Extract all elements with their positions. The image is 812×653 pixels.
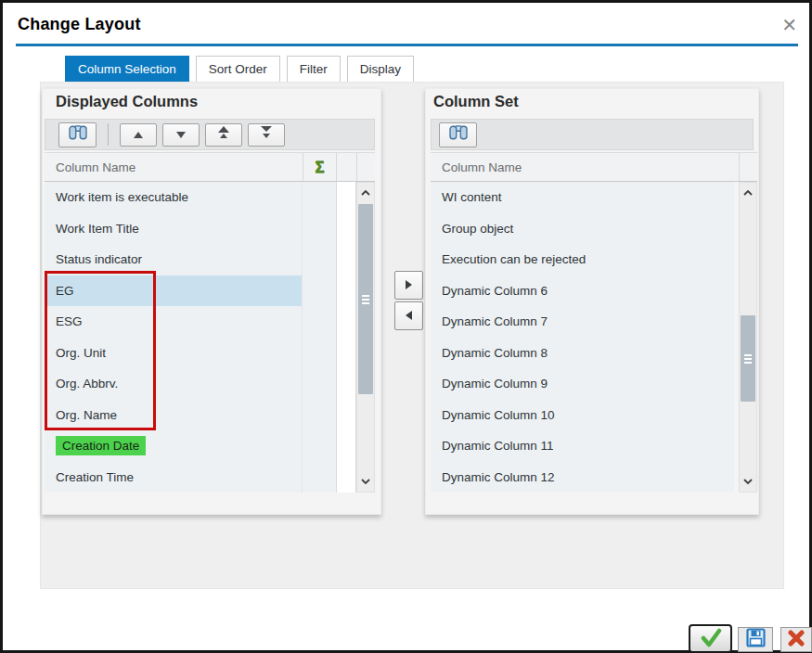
- list-item[interactable]: Execution can be rejected: [431, 244, 734, 275]
- list-item-name-cell: EG: [45, 275, 303, 307]
- column-set-toolbar: [431, 119, 754, 150]
- list-item-name-cell: Org. Abbrv.: [45, 368, 303, 400]
- list-item-name-cell: Creation Date: [45, 430, 303, 462]
- scroll-down-icon[interactable]: [740, 471, 756, 492]
- move-to-top-button[interactable]: [205, 123, 242, 147]
- tab-filter[interactable]: Filter: [287, 56, 341, 82]
- scroll-down-icon[interactable]: [357, 471, 374, 492]
- displayed-columns-header: Column Name Σ: [45, 152, 375, 182]
- apply-button[interactable]: [689, 624, 732, 653]
- list-item[interactable]: Status indicator: [45, 244, 336, 275]
- double-arrow-up-icon: [217, 126, 230, 143]
- cancel-button[interactable]: [780, 627, 812, 652]
- list-item-label: Dynamic Column 9: [442, 377, 548, 391]
- triangle-left-icon: [405, 308, 413, 325]
- spacer-column-header: [336, 153, 356, 181]
- column-set-scrollbar[interactable]: [739, 182, 757, 493]
- list-item-label: Org. Name: [56, 408, 117, 422]
- scroll-up-icon[interactable]: [357, 183, 374, 203]
- list-item[interactable]: Dynamic Column 7: [431, 306, 734, 338]
- list-item[interactable]: Dynamic Column 6: [431, 275, 734, 307]
- list-item-name-cell: Dynamic Column 6: [431, 275, 734, 307]
- sum-cell: [303, 306, 336, 338]
- list-item-name-cell: Dynamic Column 8: [431, 338, 734, 369]
- binoculars-icon: [68, 124, 88, 145]
- sum-cell: [303, 244, 336, 275]
- list-item[interactable]: Dynamic Column 12: [431, 462, 734, 493]
- list-item-name-cell: Group object: [431, 213, 734, 245]
- floppy-disk-icon: [746, 628, 766, 651]
- list-item[interactable]: Creation Date: [45, 430, 336, 462]
- displayed-columns-scrollbar[interactable]: [356, 182, 375, 493]
- change-layout-dialog: Change Layout ✕ Column Selection Sort Or…: [0, 0, 812, 653]
- sum-cell: [303, 368, 336, 400]
- list-item-label: Dynamic Column 12: [442, 470, 555, 484]
- empty-column: [336, 182, 356, 493]
- sum-cell: [303, 182, 336, 213]
- sum-cell: [303, 338, 336, 369]
- tab-strip: Column Selection Sort Order Filter Displ…: [65, 56, 414, 82]
- list-item[interactable]: Group object: [431, 213, 734, 245]
- thumb-grip: [744, 354, 752, 364]
- list-item[interactable]: Dynamic Column 11: [431, 430, 734, 462]
- list-item[interactable]: Work Item Title: [45, 213, 336, 245]
- list-item-name-cell: Dynamic Column 11: [431, 430, 734, 462]
- triangle-right-icon: [405, 277, 413, 294]
- tab-display[interactable]: Display: [347, 56, 414, 82]
- list-item-label: Dynamic Column 8: [442, 346, 548, 360]
- scrollbar-thumb[interactable]: [741, 315, 755, 402]
- move-right-button[interactable]: [394, 271, 423, 300]
- save-button[interactable]: [738, 627, 773, 652]
- list-item[interactable]: Creation Time: [45, 462, 336, 493]
- move-left-button[interactable]: [394, 301, 423, 330]
- move-to-bottom-button[interactable]: [248, 123, 285, 147]
- displayed-columns-toolbar: [45, 119, 375, 150]
- list-item-name-cell: Dynamic Column 9: [431, 368, 734, 400]
- column-set-panel: Column Set Column Name WI co: [425, 88, 759, 515]
- scroll-up-icon[interactable]: [740, 183, 756, 203]
- check-icon: [699, 627, 723, 651]
- list-item[interactable]: WI content: [431, 182, 734, 213]
- tab-column-selection[interactable]: Column Selection: [65, 56, 189, 82]
- list-item-name-cell: Work Item Title: [45, 213, 303, 245]
- list-item[interactable]: EG: [45, 275, 336, 307]
- column-set-list-wrap: WI contentGroup objectExecution can be r…: [431, 182, 757, 493]
- green-highlighted-label: Creation Date: [56, 436, 146, 455]
- list-item[interactable]: Dynamic Column 10: [431, 400, 734, 431]
- close-icon[interactable]: ✕: [781, 16, 797, 34]
- list-item-label: Work item is executable: [56, 190, 188, 204]
- move-down-button[interactable]: [162, 123, 200, 147]
- displayed-columns-panel: Displayed Columns: [42, 88, 381, 515]
- list-item-label: Dynamic Column 7: [442, 314, 548, 328]
- list-item-label: Group object: [442, 222, 513, 236]
- panel-title: Column Set: [433, 93, 519, 110]
- list-item[interactable]: Org. Name: [45, 400, 336, 431]
- list-item-name-cell: Dynamic Column 7: [431, 306, 734, 338]
- displayed-columns-list-wrap: Work item is executableWork Item TitleSt…: [45, 182, 377, 493]
- list-item[interactable]: Org. Unit: [45, 338, 336, 369]
- list-item[interactable]: Org. Abbrv.: [45, 368, 336, 400]
- list-item-label: Creation Time: [56, 470, 134, 484]
- tab-sort-order[interactable]: Sort Order: [196, 56, 280, 82]
- list-item-label: Status indicator: [56, 252, 142, 266]
- scrollbar-thumb[interactable]: [358, 204, 373, 394]
- move-up-button[interactable]: [120, 123, 157, 147]
- list-item-label: EG: [56, 284, 74, 298]
- list-item-name-cell: Work item is executable: [45, 182, 303, 213]
- list-item-label: Dynamic Column 10: [442, 408, 555, 422]
- list-item[interactable]: Work item is executable: [45, 182, 336, 213]
- binoculars-icon: [448, 124, 469, 145]
- list-item[interactable]: Dynamic Column 8: [431, 338, 734, 369]
- find-button[interactable]: [58, 122, 97, 147]
- column-set-header: Column Name: [431, 152, 757, 182]
- dialog-title: Change Layout: [18, 15, 141, 34]
- list-item[interactable]: Dynamic Column 9: [431, 368, 734, 400]
- sum-cell: [303, 430, 336, 462]
- find-button[interactable]: [439, 122, 477, 147]
- list-item-name-cell: Dynamic Column 12: [431, 462, 734, 493]
- sum-cell: [303, 275, 336, 307]
- sum-cell: [303, 462, 336, 493]
- arrow-down-icon: [175, 126, 187, 143]
- list-item[interactable]: ESG: [45, 306, 336, 338]
- displayed-columns-list: Work item is executableWork Item TitleSt…: [45, 182, 336, 493]
